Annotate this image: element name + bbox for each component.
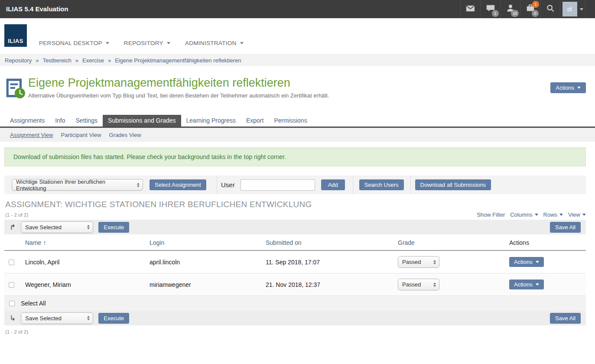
tab-assignments[interactable]: Assignments	[5, 115, 50, 127]
link-label: View	[568, 211, 580, 218]
background-tasks-button[interactable]: 1 0	[520, 0, 540, 18]
save-all-button-top[interactable]: Save All	[550, 222, 581, 233]
select-assignment-button[interactable]: Select Assignment	[150, 179, 206, 190]
chevron-down-icon	[106, 42, 109, 44]
nav-personal-desktop[interactable]: PERSONAL DESKTOP	[39, 40, 109, 46]
column-header-submitted-on[interactable]: Submitted on	[261, 234, 393, 250]
grade-value: Passed	[402, 281, 421, 288]
rows-dropdown[interactable]: Rows	[543, 211, 563, 218]
show-filter-link[interactable]: Show Filter	[477, 211, 505, 218]
bulk-action-select-bottom[interactable]: Save Selected	[21, 312, 93, 324]
cell-login: april.lincoln	[145, 250, 261, 273]
subtab-grades-view[interactable]: Grades View	[109, 132, 141, 138]
tab-settings[interactable]: Settings	[71, 115, 103, 127]
select-all-label: Select All	[21, 300, 46, 307]
nav-repository[interactable]: REPOSITORY	[124, 40, 170, 46]
page-actions-button[interactable]: Actions	[550, 82, 586, 93]
subtab-participant-view[interactable]: Participant View	[61, 132, 101, 138]
breadcrumb-exercise[interactable]: Exercise	[82, 57, 104, 64]
search-users-button[interactable]: Search Users	[359, 179, 404, 190]
user-menu[interactable]: ol	[560, 0, 585, 18]
breadcrumb-repository[interactable]: Repository	[5, 57, 32, 64]
columns-dropdown[interactable]: Columns	[510, 211, 538, 218]
ilias-logo[interactable]: ILIAS	[4, 24, 27, 47]
grade-value: Passed	[402, 259, 421, 265]
select-arrows-icon	[137, 183, 140, 187]
mail-icon	[465, 3, 475, 15]
nav-label: PERSONAL DESKTOP	[39, 40, 102, 46]
table-header-row: Name↑ Login Submitted on Grade Actions	[4, 234, 586, 250]
save-all-button-bottom[interactable]: Save All	[550, 313, 581, 324]
button-label: Search Users	[364, 182, 399, 188]
assignment-select[interactable]: Wichtige Stationen Ihrer beruflichen Ent…	[12, 179, 143, 191]
assignment-section-heading: ASSIGNMENT: WICHTIGE STATIONEN IHRER BER…	[5, 200, 586, 209]
download-all-submissions-button[interactable]: Download all Submissions	[415, 179, 491, 190]
chat-button[interactable]: 1	[480, 0, 500, 18]
breadcrumb-testbereich[interactable]: Testbereich	[42, 57, 71, 64]
button-label: Add	[328, 182, 338, 188]
avatar[interactable]: ol	[562, 2, 577, 16]
toolbar-divider	[410, 176, 411, 194]
row-actions-button[interactable]: Actions	[509, 257, 544, 267]
link-label: Columns	[510, 211, 532, 218]
row-actions-button[interactable]: Actions	[509, 280, 544, 289]
row-checkbox[interactable]	[9, 260, 14, 265]
add-user-button[interactable]: Add	[321, 179, 345, 190]
tab-learning-progress[interactable]: Learning Progress	[181, 115, 241, 127]
execute-button-top[interactable]: Execute	[98, 222, 129, 233]
main-menu: PERSONAL DESKTOP REPOSITORY ADMINISTRATI…	[39, 40, 244, 46]
view-dropdown[interactable]: View	[568, 211, 586, 218]
mail-button[interactable]	[460, 0, 480, 18]
cell-login: miriamwegener	[145, 273, 261, 296]
breadcrumb-current-page[interactable]: Eigene Projektmanagementfähigkeiten refl…	[115, 57, 241, 64]
user-label: User	[221, 181, 235, 188]
chevron-down-icon	[559, 214, 563, 216]
subtab-assignment-view[interactable]: Assignment View	[10, 132, 53, 138]
select-all-checkbox[interactable]	[9, 301, 15, 306]
tab-bar: Assignments Info Settings Submissions an…	[0, 115, 595, 128]
column-header-name[interactable]: Name↑	[21, 234, 145, 250]
grade-select[interactable]: Passed	[398, 256, 439, 268]
cell-submitted-on: 21. Nov 2018, 12:37	[261, 273, 393, 296]
button-label: Save All	[555, 315, 575, 322]
chevron-down-icon	[582, 214, 586, 216]
header-label: Grade	[398, 239, 415, 246]
bulk-action-value: Save Selected	[25, 315, 62, 322]
who-is-online-button[interactable]: 10	[500, 0, 520, 18]
chat-badge: 1	[492, 10, 499, 17]
column-header-grade[interactable]: Grade	[393, 234, 505, 250]
user-input[interactable]	[241, 179, 315, 191]
toolbar-divider	[353, 176, 353, 194]
breadcrumb-separator: »	[36, 57, 39, 64]
subtab-bar: Assignment View Participant View Grades …	[0, 128, 595, 142]
chevron-down-icon	[580, 8, 583, 10]
submissions-table: ↱ Save Selected Execute Save All Name↑ L…	[4, 220, 586, 325]
tab-submissions-and-grades[interactable]: Submissions and Grades	[103, 115, 181, 127]
execute-button-bottom[interactable]: Execute	[98, 313, 129, 324]
nav-administration[interactable]: ADMINISTRATION	[185, 40, 244, 46]
bulk-action-select-top[interactable]: Save Selected	[21, 221, 93, 233]
select-arrows-icon	[433, 260, 436, 264]
result-range-bottom: (1 - 2 of 2)	[5, 329, 590, 335]
grade-select[interactable]: Passed	[398, 279, 439, 290]
column-header-login[interactable]: Login	[145, 234, 261, 250]
search-button[interactable]	[540, 0, 560, 18]
chevron-down-icon	[577, 87, 581, 89]
breadcrumb: Repository » Testbereich » Exercise » Ei…	[0, 54, 595, 66]
button-label: Actions	[514, 281, 533, 288]
search-icon	[546, 3, 555, 15]
success-message: Download of submission files has started…	[4, 147, 586, 166]
bulk-actions-top: ↱ Save Selected Execute Save All	[4, 220, 586, 234]
column-header-actions: Actions	[505, 234, 586, 250]
bulk-actions-bottom: ↳ Save Selected Execute Save All	[4, 311, 586, 325]
tab-info[interactable]: Info	[50, 115, 70, 127]
select-all-row: Select All	[4, 296, 586, 311]
tab-export[interactable]: Export	[241, 115, 269, 127]
main-navigation: ILIAS PERSONAL DESKTOP REPOSITORY ADMINI…	[0, 18, 595, 54]
row-checkbox[interactable]	[9, 282, 14, 288]
breadcrumb-separator: »	[75, 57, 78, 64]
tab-permissions[interactable]: Permissions	[269, 115, 312, 127]
chevron-down-icon	[240, 42, 244, 44]
tasks-new-badge: 1	[532, 1, 539, 8]
nav-label: ADMINISTRATION	[185, 40, 237, 46]
